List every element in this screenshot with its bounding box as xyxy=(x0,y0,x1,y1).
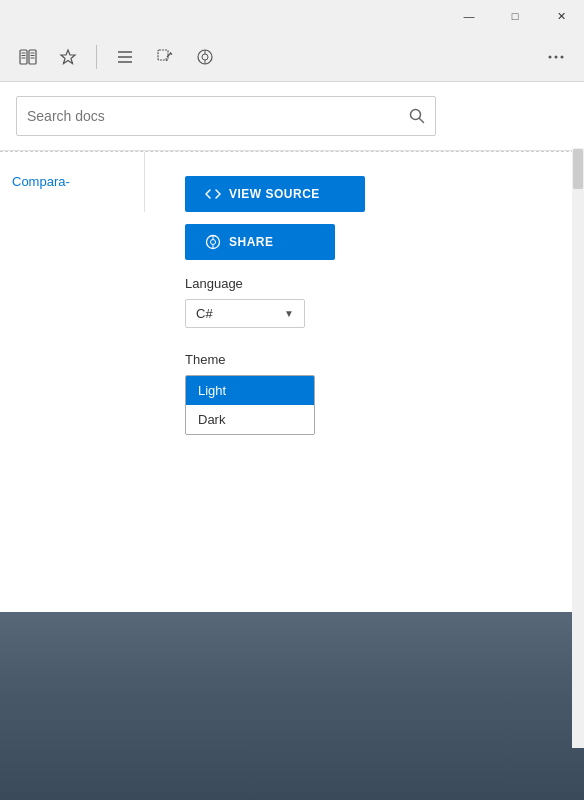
share-button[interactable]: SHARE xyxy=(185,224,335,260)
svg-point-22 xyxy=(561,55,564,58)
search-box xyxy=(16,96,436,136)
theme-dropdown: Light Dark xyxy=(185,375,315,435)
svg-point-17 xyxy=(202,54,208,60)
svg-marker-8 xyxy=(61,50,75,64)
theme-option-dark[interactable]: Dark xyxy=(186,405,314,434)
language-select[interactable]: C# ▼ xyxy=(185,299,305,328)
svg-rect-1 xyxy=(29,50,36,64)
svg-point-20 xyxy=(549,55,552,58)
share-icon xyxy=(205,234,221,250)
svg-line-15 xyxy=(166,58,167,61)
hub-icon[interactable] xyxy=(109,41,141,73)
search-icon[interactable] xyxy=(409,108,425,124)
chevron-down-icon: ▼ xyxy=(284,308,294,319)
theme-label: Theme xyxy=(185,352,560,367)
close-button[interactable]: ✕ xyxy=(538,0,584,32)
svg-line-24 xyxy=(420,119,424,123)
favorites-icon[interactable] xyxy=(52,41,84,73)
share-toolbar-icon[interactable] xyxy=(189,41,221,73)
search-input[interactable] xyxy=(27,108,409,124)
code-icon xyxy=(205,186,221,202)
language-label: Language xyxy=(185,276,560,291)
language-value: C# xyxy=(196,306,213,321)
more-icon[interactable] xyxy=(540,41,572,73)
side-panel: Compara- xyxy=(0,152,145,212)
maximize-button[interactable]: □ xyxy=(492,0,538,32)
theme-option-light[interactable]: Light xyxy=(186,376,314,405)
title-bar: — □ ✕ xyxy=(0,0,584,32)
theme-section: Theme Light Dark xyxy=(185,348,560,435)
minimize-button[interactable]: — xyxy=(446,0,492,32)
title-bar-buttons: — □ ✕ xyxy=(446,0,584,32)
side-link-compara[interactable]: Compara- xyxy=(12,174,70,189)
reading-view-icon[interactable] xyxy=(12,41,44,73)
right-content: VIEW SOURCE SHARE Language C# ▼ Theme Li… xyxy=(145,152,584,612)
main-area: Compara- VIEW SOURCE SHARE Language C# xyxy=(0,152,584,612)
search-container xyxy=(0,82,584,151)
scrollbar[interactable] xyxy=(572,148,584,748)
svg-point-26 xyxy=(211,240,216,245)
view-source-button[interactable]: VIEW SOURCE xyxy=(185,176,365,212)
scrollbar-thumb[interactable] xyxy=(573,149,583,189)
svg-rect-0 xyxy=(20,50,27,64)
browser-toolbar xyxy=(0,32,584,82)
toolbar-separator xyxy=(96,45,97,69)
web-note-icon[interactable] xyxy=(149,41,181,73)
svg-point-21 xyxy=(555,55,558,58)
